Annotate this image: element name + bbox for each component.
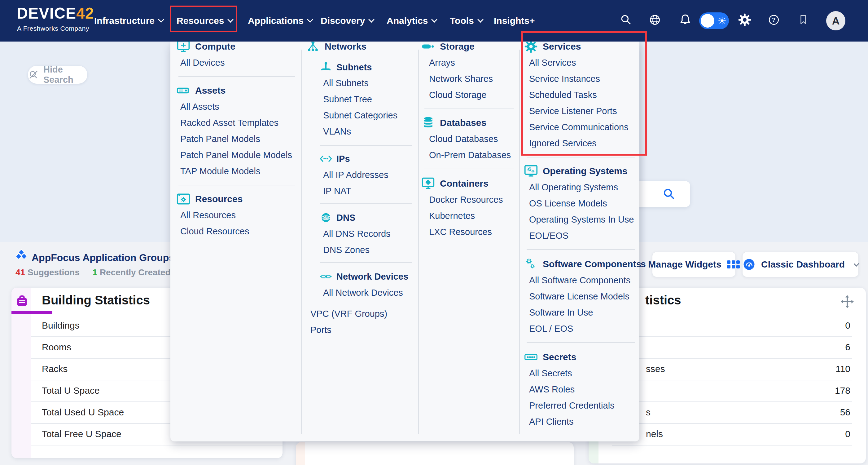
services-gear-icon [524,40,538,53]
classic-dashboard-button[interactable]: Classic Dashboard [742,252,859,277]
menu-item-all-ip-addresses[interactable]: All IP Addresses [323,167,389,183]
menu-section-databases[interactable]: Databases [421,115,486,131]
menu-item-arrays[interactable]: Arrays [429,55,455,71]
menu-item-kubernetes[interactable]: Kubernetes [429,208,475,224]
suggestions-count: 41 [16,267,25,277]
menu-section-secrets[interactable]: Secrets [524,349,576,365]
resources-window-gear-icon [177,192,190,206]
menu-item-all-resources[interactable]: All Resources [180,207,236,223]
menu-item-software-eol-eos[interactable]: EOL / EOS [529,321,573,337]
menu-item-dns-zones[interactable]: DNS Zones [323,242,370,258]
menu-item-ignored-services[interactable]: Ignored Services [529,135,597,151]
menu-item-tap-module-models[interactable]: TAP Module Models [180,163,260,179]
menu-item-subnet-tree[interactable]: Subnet Tree [323,91,372,107]
menu-item-cloud-storage[interactable]: Cloud Storage [429,87,486,103]
menu-section-software-components[interactable]: Software Components [524,256,641,272]
menu-item-all-assets[interactable]: All Assets [180,98,219,115]
menu-item-software-license-models[interactable]: Software License Models [529,288,629,304]
menu-section-containers[interactable]: Containers [421,175,489,192]
hidden-text-fragment: s [641,256,646,272]
bookmark-icon[interactable] [796,12,811,27]
stat-row-value: 6 [845,339,850,355]
menu-divider [179,76,295,77]
menu-section-subnets[interactable]: Subnets [320,59,372,75]
search-icon[interactable] [619,12,633,27]
chevron-down-icon [431,17,437,23]
chevron-down-icon [228,17,234,23]
device42-logo[interactable]: DEVICE42 [17,4,94,22]
menu-item-vpc-vrf-groups[interactable]: VPC (VRF Groups) [310,306,387,322]
row-divider [612,402,852,402]
menu-section-resources[interactable]: Resources [177,191,243,207]
menu-section-dns[interactable]: DNS DNS [320,209,355,226]
menu-item-all-operating-systems[interactable]: All Operating Systems [529,179,618,195]
menu-item-subnet-categories[interactable]: Subnet Categories [323,107,398,123]
nav-item-applications[interactable]: Applications [248,0,312,41]
menu-item-api-clients[interactable]: API Clients [529,413,574,430]
nav-item-discovery[interactable]: Discovery [321,0,374,41]
menu-divider [527,157,635,157]
appfocus-cubes-icon [14,249,29,263]
stat-row-label: Buildings [42,317,80,333]
menu-item-all-subnets[interactable]: All Subnets [323,75,369,91]
manage-widgets-button[interactable]: Manage Widgets [652,252,736,277]
menu-item-all-software-components[interactable]: All Software Components [529,272,630,288]
menu-item-vlans[interactable]: VLANs [323,123,351,140]
hide-search-label: Hide Search [43,64,87,85]
nav-item-insights-plus[interactable]: Insights+ [494,0,535,41]
menu-item-aws-roles[interactable]: AWS Roles [529,381,575,398]
menu-item-on-prem-databases[interactable]: On-Prem Databases [429,147,511,163]
theme-toggle[interactable] [699,12,729,29]
operating-systems-icon [524,164,538,178]
menu-item-ports[interactable]: Ports [310,322,332,338]
menu-section-ips[interactable]: IPs [320,151,350,167]
stat-row-value: 0 [845,317,850,333]
nav-item-infrastructure[interactable]: Infrastructure [94,0,163,41]
menu-item-service-listener-ports[interactable]: Service Listener Ports [529,103,617,119]
move-widget-icon[interactable] [840,294,855,310]
menu-item-all-dns-records[interactable]: All DNS Records [323,226,391,242]
settings-gear-icon[interactable] [737,12,752,27]
menu-item-all-network-devices[interactable]: All Network Devices [323,285,403,301]
classic-dashboard-label: Classic Dashboard [761,259,845,270]
menu-item-network-shares[interactable]: Network Shares [429,71,493,87]
nav-item-tools[interactable]: Tools [450,0,483,41]
nav-item-analytics[interactable]: Analytics [386,0,436,41]
menu-item-software-in-use[interactable]: Software In Use [529,304,593,321]
nav-item-resources[interactable]: Resources [177,0,232,41]
menu-item-patch-panel-models[interactable]: Patch Panel Models [180,131,260,147]
language-globe-icon[interactable] [647,12,662,27]
menu-section-operating-systems[interactable]: Operating Systems [524,163,627,179]
menu-item-lxc-resources[interactable]: LXC Resources [429,224,492,240]
menu-item-preferred-credentials[interactable]: Preferred Credentials [529,398,615,413]
menu-item-all-secrets[interactable]: All Secrets [529,365,572,381]
chevron-down-icon [854,261,859,267]
user-avatar[interactable]: A [826,11,845,30]
menu-item-docker-resources[interactable]: Docker Resources [429,192,503,208]
menu-item-service-instances[interactable]: Service Instances [529,71,600,87]
network-devices-icon [320,270,332,283]
menu-item-scheduled-tasks[interactable]: Scheduled Tasks [529,87,597,103]
help-icon[interactable]: ? [766,12,781,27]
containers-icon [421,177,435,190]
menu-item-ip-nat[interactable]: IP NAT [323,183,351,199]
menu-section-network-devices[interactable]: Network Devices [320,268,408,285]
menu-item-os-eol-eos[interactable]: EOL/EOS [529,228,568,244]
building-icon [15,294,29,309]
menu-section-assets[interactable]: Assets [177,83,225,98]
menu-divider [425,169,514,169]
row-divider [612,445,852,446]
sun-icon [718,17,726,25]
menu-item-all-devices[interactable]: All Devices [180,55,225,71]
menu-item-racked-asset-templates[interactable]: Racked Asset Templates [180,115,278,131]
menu-item-patch-panel-module-models[interactable]: Patch Panel Module Models [180,147,292,163]
menu-item-all-services[interactable]: All Services [529,55,576,71]
menu-item-operating-systems-in-use[interactable]: Operating Systems In Use [529,211,634,228]
menu-item-cloud-resources[interactable]: Cloud Resources [180,223,249,239]
menu-item-os-license-models[interactable]: OS License Models [529,195,607,211]
menu-item-cloud-databases[interactable]: Cloud Databases [429,131,498,147]
row-divider [612,336,852,337]
notifications-bell-icon[interactable] [678,12,693,27]
menu-item-service-communications[interactable]: Service Communications [529,119,628,135]
hide-search-button[interactable]: Hide Search [28,66,87,84]
